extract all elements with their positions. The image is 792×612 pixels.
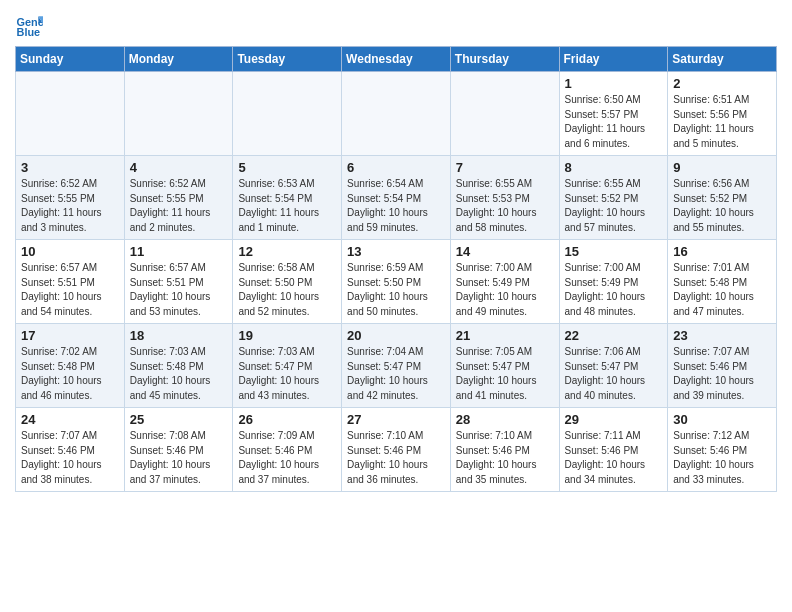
day-info: Sunrise: 7:10 AMSunset: 5:46 PMDaylight:… bbox=[347, 429, 445, 487]
day-number: 8 bbox=[565, 160, 663, 175]
calendar-cell: 2Sunrise: 6:51 AMSunset: 5:56 PMDaylight… bbox=[668, 72, 777, 156]
day-info: Sunrise: 6:51 AMSunset: 5:56 PMDaylight:… bbox=[673, 93, 771, 151]
day-number: 24 bbox=[21, 412, 119, 427]
calendar-cell: 20Sunrise: 7:04 AMSunset: 5:47 PMDayligh… bbox=[342, 324, 451, 408]
calendar-week-1: 1Sunrise: 6:50 AMSunset: 5:57 PMDaylight… bbox=[16, 72, 777, 156]
day-number: 1 bbox=[565, 76, 663, 91]
weekday-header-tuesday: Tuesday bbox=[233, 47, 342, 72]
day-number: 12 bbox=[238, 244, 336, 259]
calendar-cell: 25Sunrise: 7:08 AMSunset: 5:46 PMDayligh… bbox=[124, 408, 233, 492]
day-number: 4 bbox=[130, 160, 228, 175]
calendar-cell: 9Sunrise: 6:56 AMSunset: 5:52 PMDaylight… bbox=[668, 156, 777, 240]
day-number: 9 bbox=[673, 160, 771, 175]
calendar-cell: 6Sunrise: 6:54 AMSunset: 5:54 PMDaylight… bbox=[342, 156, 451, 240]
day-info: Sunrise: 7:05 AMSunset: 5:47 PMDaylight:… bbox=[456, 345, 554, 403]
day-info: Sunrise: 6:58 AMSunset: 5:50 PMDaylight:… bbox=[238, 261, 336, 319]
day-number: 29 bbox=[565, 412, 663, 427]
calendar-cell: 19Sunrise: 7:03 AMSunset: 5:47 PMDayligh… bbox=[233, 324, 342, 408]
calendar-cell: 23Sunrise: 7:07 AMSunset: 5:46 PMDayligh… bbox=[668, 324, 777, 408]
calendar-cell: 24Sunrise: 7:07 AMSunset: 5:46 PMDayligh… bbox=[16, 408, 125, 492]
calendar-cell: 5Sunrise: 6:53 AMSunset: 5:54 PMDaylight… bbox=[233, 156, 342, 240]
calendar-header: SundayMondayTuesdayWednesdayThursdayFrid… bbox=[16, 47, 777, 72]
day-info: Sunrise: 7:02 AMSunset: 5:48 PMDaylight:… bbox=[21, 345, 119, 403]
day-info: Sunrise: 7:01 AMSunset: 5:48 PMDaylight:… bbox=[673, 261, 771, 319]
calendar-cell: 7Sunrise: 6:55 AMSunset: 5:53 PMDaylight… bbox=[450, 156, 559, 240]
day-info: Sunrise: 7:04 AMSunset: 5:47 PMDaylight:… bbox=[347, 345, 445, 403]
calendar-cell bbox=[450, 72, 559, 156]
svg-text:Blue: Blue bbox=[17, 26, 41, 38]
day-number: 20 bbox=[347, 328, 445, 343]
calendar-cell: 1Sunrise: 6:50 AMSunset: 5:57 PMDaylight… bbox=[559, 72, 668, 156]
day-info: Sunrise: 6:57 AMSunset: 5:51 PMDaylight:… bbox=[21, 261, 119, 319]
weekday-header-sunday: Sunday bbox=[16, 47, 125, 72]
day-info: Sunrise: 6:50 AMSunset: 5:57 PMDaylight:… bbox=[565, 93, 663, 151]
day-number: 7 bbox=[456, 160, 554, 175]
day-info: Sunrise: 7:08 AMSunset: 5:46 PMDaylight:… bbox=[130, 429, 228, 487]
day-number: 10 bbox=[21, 244, 119, 259]
calendar-cell: 21Sunrise: 7:05 AMSunset: 5:47 PMDayligh… bbox=[450, 324, 559, 408]
day-info: Sunrise: 7:07 AMSunset: 5:46 PMDaylight:… bbox=[673, 345, 771, 403]
calendar-cell: 29Sunrise: 7:11 AMSunset: 5:46 PMDayligh… bbox=[559, 408, 668, 492]
calendar-week-5: 24Sunrise: 7:07 AMSunset: 5:46 PMDayligh… bbox=[16, 408, 777, 492]
weekday-header-thursday: Thursday bbox=[450, 47, 559, 72]
calendar-cell: 17Sunrise: 7:02 AMSunset: 5:48 PMDayligh… bbox=[16, 324, 125, 408]
day-info: Sunrise: 6:59 AMSunset: 5:50 PMDaylight:… bbox=[347, 261, 445, 319]
day-info: Sunrise: 7:12 AMSunset: 5:46 PMDaylight:… bbox=[673, 429, 771, 487]
weekday-header-row: SundayMondayTuesdayWednesdayThursdayFrid… bbox=[16, 47, 777, 72]
day-number: 23 bbox=[673, 328, 771, 343]
day-info: Sunrise: 7:03 AMSunset: 5:47 PMDaylight:… bbox=[238, 345, 336, 403]
calendar-week-2: 3Sunrise: 6:52 AMSunset: 5:55 PMDaylight… bbox=[16, 156, 777, 240]
weekday-header-monday: Monday bbox=[124, 47, 233, 72]
day-number: 16 bbox=[673, 244, 771, 259]
calendar-table: SundayMondayTuesdayWednesdayThursdayFrid… bbox=[15, 46, 777, 492]
day-number: 14 bbox=[456, 244, 554, 259]
day-info: Sunrise: 6:55 AMSunset: 5:52 PMDaylight:… bbox=[565, 177, 663, 235]
calendar-week-3: 10Sunrise: 6:57 AMSunset: 5:51 PMDayligh… bbox=[16, 240, 777, 324]
day-info: Sunrise: 6:54 AMSunset: 5:54 PMDaylight:… bbox=[347, 177, 445, 235]
logo-icon: General Blue bbox=[15, 10, 43, 38]
calendar-cell: 28Sunrise: 7:10 AMSunset: 5:46 PMDayligh… bbox=[450, 408, 559, 492]
day-info: Sunrise: 6:53 AMSunset: 5:54 PMDaylight:… bbox=[238, 177, 336, 235]
page: General Blue SundayMondayTuesdayWednesda… bbox=[0, 0, 792, 502]
day-number: 28 bbox=[456, 412, 554, 427]
day-number: 6 bbox=[347, 160, 445, 175]
day-info: Sunrise: 7:00 AMSunset: 5:49 PMDaylight:… bbox=[565, 261, 663, 319]
day-number: 2 bbox=[673, 76, 771, 91]
calendar-cell bbox=[233, 72, 342, 156]
day-number: 19 bbox=[238, 328, 336, 343]
calendar-cell: 12Sunrise: 6:58 AMSunset: 5:50 PMDayligh… bbox=[233, 240, 342, 324]
calendar-cell: 15Sunrise: 7:00 AMSunset: 5:49 PMDayligh… bbox=[559, 240, 668, 324]
day-info: Sunrise: 6:52 AMSunset: 5:55 PMDaylight:… bbox=[21, 177, 119, 235]
day-info: Sunrise: 7:07 AMSunset: 5:46 PMDaylight:… bbox=[21, 429, 119, 487]
day-number: 21 bbox=[456, 328, 554, 343]
calendar-cell: 13Sunrise: 6:59 AMSunset: 5:50 PMDayligh… bbox=[342, 240, 451, 324]
calendar-cell: 4Sunrise: 6:52 AMSunset: 5:55 PMDaylight… bbox=[124, 156, 233, 240]
calendar-cell: 22Sunrise: 7:06 AMSunset: 5:47 PMDayligh… bbox=[559, 324, 668, 408]
calendar-cell bbox=[342, 72, 451, 156]
day-info: Sunrise: 7:10 AMSunset: 5:46 PMDaylight:… bbox=[456, 429, 554, 487]
day-number: 5 bbox=[238, 160, 336, 175]
day-number: 25 bbox=[130, 412, 228, 427]
day-number: 26 bbox=[238, 412, 336, 427]
day-info: Sunrise: 6:56 AMSunset: 5:52 PMDaylight:… bbox=[673, 177, 771, 235]
day-info: Sunrise: 7:11 AMSunset: 5:46 PMDaylight:… bbox=[565, 429, 663, 487]
calendar-cell: 3Sunrise: 6:52 AMSunset: 5:55 PMDaylight… bbox=[16, 156, 125, 240]
weekday-header-saturday: Saturday bbox=[668, 47, 777, 72]
day-info: Sunrise: 6:57 AMSunset: 5:51 PMDaylight:… bbox=[130, 261, 228, 319]
calendar-cell: 10Sunrise: 6:57 AMSunset: 5:51 PMDayligh… bbox=[16, 240, 125, 324]
calendar-cell: 30Sunrise: 7:12 AMSunset: 5:46 PMDayligh… bbox=[668, 408, 777, 492]
day-info: Sunrise: 7:09 AMSunset: 5:46 PMDaylight:… bbox=[238, 429, 336, 487]
day-number: 17 bbox=[21, 328, 119, 343]
calendar-cell: 16Sunrise: 7:01 AMSunset: 5:48 PMDayligh… bbox=[668, 240, 777, 324]
day-info: Sunrise: 7:06 AMSunset: 5:47 PMDaylight:… bbox=[565, 345, 663, 403]
day-info: Sunrise: 7:03 AMSunset: 5:48 PMDaylight:… bbox=[130, 345, 228, 403]
weekday-header-friday: Friday bbox=[559, 47, 668, 72]
day-number: 18 bbox=[130, 328, 228, 343]
logo: General Blue bbox=[15, 10, 47, 38]
calendar-body: 1Sunrise: 6:50 AMSunset: 5:57 PMDaylight… bbox=[16, 72, 777, 492]
day-number: 11 bbox=[130, 244, 228, 259]
calendar-cell: 14Sunrise: 7:00 AMSunset: 5:49 PMDayligh… bbox=[450, 240, 559, 324]
calendar-cell: 27Sunrise: 7:10 AMSunset: 5:46 PMDayligh… bbox=[342, 408, 451, 492]
calendar-cell: 8Sunrise: 6:55 AMSunset: 5:52 PMDaylight… bbox=[559, 156, 668, 240]
day-info: Sunrise: 6:55 AMSunset: 5:53 PMDaylight:… bbox=[456, 177, 554, 235]
